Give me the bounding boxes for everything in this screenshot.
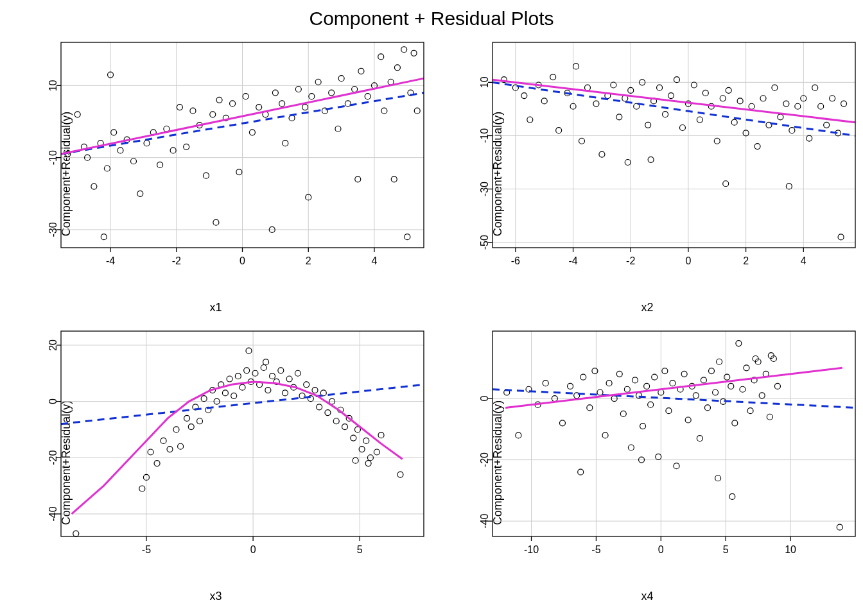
data-point bbox=[111, 130, 117, 135]
x-tick-label: -2 bbox=[626, 255, 635, 266]
data-point bbox=[648, 402, 654, 407]
y-tick-label: -30 bbox=[48, 222, 59, 237]
data-point bbox=[737, 98, 743, 104]
data-point bbox=[778, 114, 783, 120]
data-point bbox=[317, 404, 322, 410]
data-point bbox=[201, 396, 207, 402]
data-point bbox=[728, 383, 734, 389]
x-tick-label: -4 bbox=[568, 255, 577, 266]
data-point bbox=[516, 432, 521, 438]
data-point bbox=[74, 112, 80, 117]
data-point bbox=[620, 411, 626, 416]
data-point bbox=[587, 405, 593, 411]
data-point bbox=[527, 117, 533, 123]
data-point bbox=[543, 381, 548, 386]
data-point bbox=[593, 101, 599, 107]
data-point bbox=[363, 438, 369, 443]
data-point bbox=[679, 124, 685, 130]
data-point bbox=[329, 90, 335, 96]
cr-plot-x2: Component+Residual(y) x2 -6-4-2024-50-30… bbox=[432, 30, 863, 318]
data-point bbox=[243, 94, 248, 99]
data-point bbox=[592, 368, 598, 374]
data-point bbox=[704, 405, 710, 411]
data-point bbox=[397, 472, 403, 477]
data-point bbox=[210, 112, 216, 117]
data-point bbox=[701, 377, 706, 383]
data-point bbox=[644, 383, 650, 389]
data-point bbox=[148, 449, 153, 455]
data-point bbox=[365, 461, 371, 466]
figure: Component + Residual Plots Component+Res… bbox=[0, 0, 863, 616]
plot-svg: -505-40-20020 bbox=[0, 318, 432, 607]
plot-grid: Component+Residual(y) x1 -4-2024-30-1010… bbox=[0, 30, 863, 607]
data-point bbox=[616, 114, 622, 120]
data-point bbox=[611, 82, 616, 88]
y-tick-label: 0 bbox=[48, 398, 59, 404]
plot-frame bbox=[493, 42, 855, 248]
data-point bbox=[391, 176, 397, 182]
x-tick-label: -10 bbox=[524, 544, 539, 555]
data-point bbox=[261, 364, 266, 370]
data-point bbox=[240, 384, 245, 390]
data-point bbox=[709, 368, 715, 374]
x-tick-label: -5 bbox=[142, 544, 151, 555]
data-point bbox=[231, 393, 237, 398]
plot-frame bbox=[493, 331, 855, 536]
data-point bbox=[173, 427, 179, 432]
data-point bbox=[414, 108, 420, 114]
data-point bbox=[178, 443, 184, 449]
x-tick-label: -6 bbox=[511, 255, 520, 266]
data-point bbox=[394, 65, 400, 71]
data-point bbox=[670, 381, 676, 386]
data-point bbox=[411, 50, 417, 56]
y-tick-label: -40 bbox=[48, 506, 59, 521]
data-point bbox=[270, 373, 275, 379]
data-point bbox=[263, 359, 269, 365]
data-point bbox=[236, 169, 242, 175]
y-tick-label: -10 bbox=[48, 150, 59, 165]
data-point bbox=[691, 82, 697, 88]
data-point bbox=[541, 98, 547, 104]
data-point bbox=[401, 47, 407, 53]
cr-plot-x3: Component+Residual(y) x3 -505-40-20020 bbox=[0, 318, 432, 607]
data-point bbox=[170, 148, 176, 153]
data-point bbox=[616, 371, 622, 377]
data-point bbox=[795, 103, 801, 109]
data-point bbox=[378, 54, 384, 60]
data-point bbox=[154, 461, 160, 466]
data-point bbox=[365, 94, 370, 99]
data-point bbox=[104, 166, 110, 171]
y-tick-label: -30 bbox=[480, 182, 491, 196]
data-point bbox=[244, 368, 250, 373]
data-point bbox=[732, 420, 738, 426]
data-point bbox=[272, 90, 278, 96]
data-point bbox=[632, 377, 638, 383]
data-point bbox=[624, 386, 630, 392]
data-point bbox=[812, 85, 818, 90]
data-point bbox=[602, 432, 608, 438]
data-point bbox=[222, 390, 228, 396]
data-point bbox=[309, 94, 315, 99]
data-point bbox=[681, 371, 687, 377]
data-point bbox=[838, 234, 844, 240]
data-point bbox=[286, 376, 292, 382]
data-point bbox=[579, 138, 585, 144]
x-tick-label: 2 bbox=[743, 255, 749, 266]
data-point bbox=[230, 101, 236, 107]
data-point bbox=[144, 141, 150, 146]
x-tick-label: 2 bbox=[306, 255, 311, 266]
data-point bbox=[767, 414, 772, 420]
data-point bbox=[749, 103, 754, 109]
x-tick-label: 0 bbox=[685, 255, 691, 266]
data-point bbox=[685, 417, 691, 423]
data-point bbox=[759, 393, 765, 398]
data-point bbox=[405, 234, 410, 240]
data-point bbox=[312, 388, 318, 393]
data-point bbox=[167, 447, 173, 452]
data-point bbox=[674, 77, 679, 83]
data-point bbox=[295, 370, 301, 376]
data-point bbox=[197, 418, 203, 424]
data-point bbox=[783, 101, 789, 107]
data-point bbox=[645, 122, 651, 128]
linear-fit-line bbox=[493, 82, 855, 135]
